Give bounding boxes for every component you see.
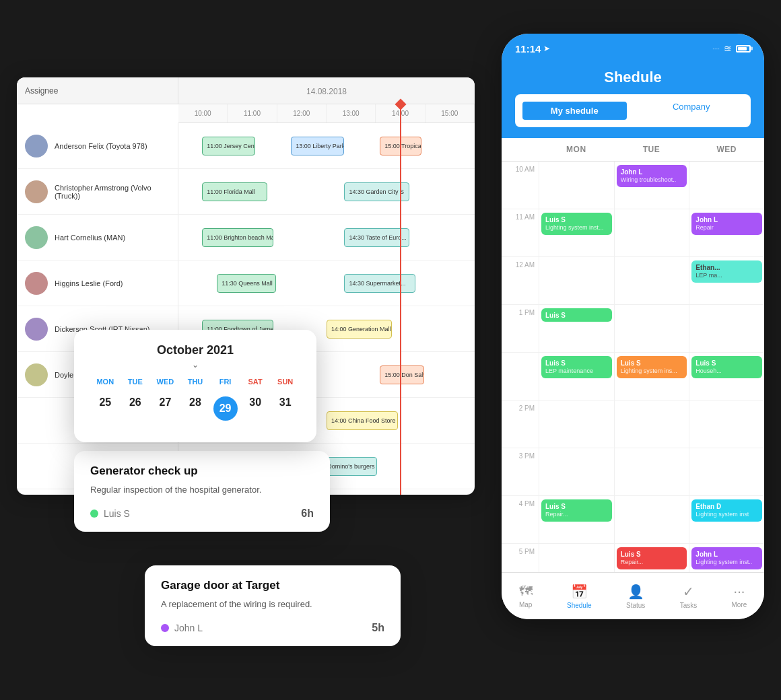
gantt-bar[interactable]: 14:00 China Food Store <box>327 411 398 430</box>
time-1pm-b <box>502 353 539 400</box>
nav-status[interactable]: 👤 Status <box>626 584 645 609</box>
assignee-dot-purple <box>161 624 169 632</box>
event-john-repair[interactable]: John L Repair <box>691 213 762 235</box>
event-luis-repair-red[interactable]: Luis S Repair... <box>617 547 687 569</box>
assignee-name: Hart Cornelius (MAN) <box>55 234 125 242</box>
avatar <box>25 180 48 203</box>
task-hours-generator: 6h <box>301 508 314 520</box>
nav-map[interactable]: 🗺 Map <box>519 584 533 608</box>
tab-company[interactable]: Company <box>634 96 749 125</box>
cal-date-30[interactable]: 30 <box>240 391 271 426</box>
cal-cell-tue-1b: Luis S Lighting system ins... <box>614 353 689 400</box>
nav-status-label: Status <box>626 602 645 609</box>
cal-date-25[interactable]: 25 <box>90 391 121 426</box>
cal-date-29[interactable]: 29 <box>210 391 240 426</box>
day-label-fri: FRI <box>210 378 240 386</box>
cal-cell-wed-10 <box>689 162 764 209</box>
cal-cell-mon-1b: Luis S LEP maintenance <box>539 353 614 400</box>
phone-header: Shedule My shedule Company <box>502 63 764 138</box>
nav-tasks[interactable]: ✓ Tasks <box>680 584 698 609</box>
avatar <box>25 272 48 295</box>
current-time-indicator <box>400 104 401 495</box>
event-luis-lep[interactable]: Luis S LEP maintenance <box>541 356 612 378</box>
phone-nav: 🗺 Map 📅 Shedule 👤 Status ✓ Tasks ··· Mor… <box>502 572 764 619</box>
event-luis-lighting[interactable]: Luis S Lighting system inst... <box>541 213 612 235</box>
gantt-bar[interactable]: 11:00 Jersey Central <box>202 137 255 155</box>
wifi-icon: ≋ <box>724 43 732 54</box>
shedule-icon: 📅 <box>571 584 588 600</box>
cal-date-26[interactable]: 26 <box>121 391 151 426</box>
assignee-name: Higgins Leslie (Ford) <box>55 279 123 287</box>
event-task: LEP maintenance <box>545 368 608 376</box>
battery-tip <box>751 47 753 50</box>
assignee-name: Anderson Felix (Toyota 978) <box>55 142 147 150</box>
gantt-bars: 11:00 Brighton beach Mall 14:30 Taste of… <box>178 215 475 260</box>
event-john-lighting[interactable]: John L Lighting system inst.. <box>691 547 762 569</box>
time-row-12am: 12 AM Ethan... LEP ma... <box>502 257 764 305</box>
cal-date-27[interactable]: 27 <box>150 391 180 426</box>
assignee-col-header: Assignee <box>25 86 58 96</box>
time-label-12: 12:00 <box>277 104 327 123</box>
gantt-bar[interactable]: 14:00 Generation Mall <box>327 320 392 339</box>
more-icon: ··· <box>734 584 745 599</box>
cal-cell-tue-4 <box>614 496 689 543</box>
day-header-mon: MON <box>539 138 614 161</box>
day-header-wed: WED <box>689 138 764 161</box>
cal-cell-wed-1b: Luis S Househ... <box>689 353 764 400</box>
task-footer-generator: Luis S 6h <box>90 508 314 520</box>
time-10am: 10 AM <box>502 162 539 209</box>
time-row-2pm: 2 PM <box>502 400 764 448</box>
cal-today-29[interactable]: 29 <box>213 396 238 421</box>
gantt-row: Hart Cornelius (MAN) 11:00 Brighton beac… <box>17 215 475 260</box>
event-ethan-lighting[interactable]: Ethan D Lighting system inst <box>691 499 762 522</box>
gantt-bar[interactable]: 13:00 Liberty Park St <box>291 137 344 155</box>
task-card-garage: Garage door at Target A replacement of t… <box>145 565 401 646</box>
cal-cell-tue-2 <box>614 400 689 448</box>
tab-my-shedule-label: My shedule <box>522 102 627 120</box>
event-luis-househ[interactable]: Luis S Househ... <box>691 356 762 378</box>
gantt-bar[interactable]: 11:00 Florida Mall <box>202 182 267 201</box>
gantt-bar[interactable]: 11:00 Brighton beach Mall <box>202 228 273 247</box>
gantt-header: Assignee 14.08.2018 <box>17 77 475 104</box>
event-luis-repair[interactable]: Luis S Repair... <box>541 499 612 522</box>
event-ethan-lep[interactable]: Ethan... LEP ma... <box>691 260 762 283</box>
cal-cell-wed-5: John L Lighting system inst.. <box>689 544 764 572</box>
event-task: Lighting system inst.. <box>695 559 758 567</box>
day-label-mon: MON <box>90 378 121 386</box>
gantt-bar[interactable]: 11:30 Queens Mall <box>217 274 276 293</box>
task-assignee-garage: John L <box>161 623 203 633</box>
event-luis-s[interactable]: Luis S <box>541 308 612 322</box>
time-5pm: 5 PM <box>502 544 539 572</box>
cal-cell-tue-11 <box>614 209 689 256</box>
gantt-bar[interactable]: 14:30 Supermarket... <box>344 274 415 293</box>
nav-more-label: More <box>732 601 747 608</box>
time-row-1pm: 1 PM Luis S <box>502 305 764 353</box>
calendar-header-row: MON TUE WED <box>502 138 764 162</box>
tab-my-shedule[interactable]: My shedule <box>517 96 632 125</box>
task-title-garage: Garage door at Target <box>161 579 384 592</box>
time-2pm: 2 PM <box>502 400 539 448</box>
calendar-grid[interactable]: MON TUE WED 10 AM John L Wiring troubles… <box>502 138 764 572</box>
assignee-cell: Hart Cornelius (MAN) <box>17 215 178 260</box>
time-12am: 12 AM <box>502 257 539 304</box>
nav-shedule[interactable]: 📅 Shedule <box>567 584 592 609</box>
status-time: 11:14 <box>515 43 541 55</box>
calendar-chevron[interactable]: ⌄ <box>90 360 300 370</box>
event-name: Luis S <box>695 359 758 368</box>
event-luis-lighting-sys[interactable]: Luis S Lighting system ins... <box>617 356 687 378</box>
gantt-bar[interactable]: 15:00 Don Salv... <box>380 365 424 384</box>
event-john-wiring[interactable]: John L Wiring troubleshoot.. <box>617 165 687 187</box>
event-task: Househ... <box>695 368 758 376</box>
status-icon: 👤 <box>627 584 644 600</box>
event-task: Repair <box>695 224 758 232</box>
nav-more[interactable]: ··· More <box>732 584 747 608</box>
time-1pm: 1 PM <box>502 305 539 352</box>
task-hours-garage: 5h <box>372 622 384 634</box>
assignee-dot-green <box>90 510 98 518</box>
task-footer-garage: John L 5h <box>161 622 384 634</box>
phone-frame: 11:14 ➤ ···· ≋ Shedule My shedule Compan… <box>502 34 764 619</box>
cal-date-31[interactable]: 31 <box>270 391 300 426</box>
cal-date-28[interactable]: 28 <box>180 391 211 426</box>
gantt-bars: 11:30 Queens Mall 14:30 Supermarket... <box>178 260 475 306</box>
signal-icon: ···· <box>712 45 720 53</box>
